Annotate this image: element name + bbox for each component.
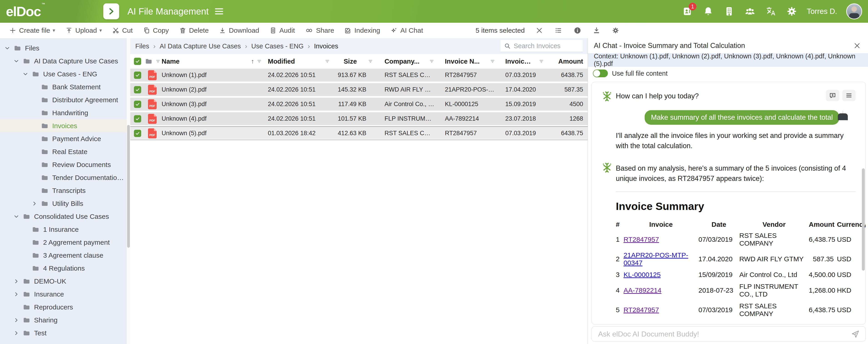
chevron-right-icon[interactable] bbox=[12, 291, 21, 297]
sidebar-item-payment-advice[interactable]: Payment Advice bbox=[0, 132, 127, 145]
sidebar-item-bank-statement[interactable]: Bank Statement bbox=[0, 80, 127, 93]
chevron-down-icon[interactable] bbox=[12, 58, 21, 64]
sidebar-item-tender-documentation-analysi[interactable]: Tender Documentation Analysi... bbox=[0, 171, 127, 184]
use-full-file-content-toggle[interactable] bbox=[593, 69, 608, 77]
filter-icon[interactable] bbox=[324, 59, 330, 64]
copy-button[interactable]: Copy bbox=[138, 24, 174, 37]
sidebar-item-ai-data-capture-use-cases[interactable]: AI Data Capture Use Cases bbox=[0, 55, 127, 67]
user-name[interactable]: Torres D. bbox=[807, 7, 837, 16]
sidebar-item-sharing[interactable]: Sharing bbox=[0, 314, 127, 326]
sidebar-item-use-cases-eng[interactable]: Use Cases - ENG bbox=[0, 67, 127, 80]
translate-button[interactable] bbox=[765, 5, 777, 17]
filter-icon[interactable] bbox=[539, 59, 544, 64]
sidebar-item-distributor-agreement[interactable]: Distributor Agreement bbox=[0, 93, 127, 106]
collapse-panel-button[interactable] bbox=[103, 3, 119, 19]
sidebar-item-utility-bills[interactable]: Utility Bills bbox=[0, 197, 127, 210]
row-checkbox[interactable] bbox=[134, 101, 141, 108]
file-name[interactable]: Unknown (4).pdf bbox=[160, 115, 262, 122]
sidebar-item-real-estate[interactable]: Real Estate bbox=[0, 145, 127, 158]
file-name[interactable]: Unknown (2).pdf bbox=[160, 86, 262, 93]
chevron-right-icon[interactable] bbox=[30, 200, 39, 207]
new-chat-comment-icon[interactable] bbox=[826, 90, 839, 101]
invoice-link[interactable]: 21APR20-POS-MTP-00347 bbox=[623, 251, 688, 266]
row-checkbox[interactable] bbox=[134, 115, 141, 122]
notifications-bell-button[interactable] bbox=[702, 5, 714, 17]
chevron-right-icon[interactable] bbox=[12, 278, 21, 284]
sidebar-item-test[interactable]: Test bbox=[0, 326, 127, 340]
audit-button[interactable]: Audit bbox=[265, 24, 300, 37]
chevron-down-icon[interactable] bbox=[21, 71, 30, 77]
row-checkbox[interactable] bbox=[134, 86, 141, 93]
file-name[interactable]: Unknown (5).pdf bbox=[160, 130, 262, 137]
chevron-down-icon[interactable] bbox=[12, 213, 21, 220]
filter-icon[interactable] bbox=[490, 59, 495, 64]
download-button[interactable]: Download bbox=[214, 24, 264, 37]
cut-button[interactable]: Cut bbox=[107, 24, 138, 37]
invoice-link[interactable]: RT2847957 bbox=[623, 306, 659, 314]
chevron-right-icon[interactable] bbox=[12, 330, 21, 336]
breadcrumb-item-ai-data-capture-use-cases[interactable]: AI Data Capture Use Cases bbox=[160, 42, 241, 50]
table-row[interactable]: PDFUnknown (2).pdf24.02.2026 10:51145.32… bbox=[130, 83, 588, 96]
sidebar-item-files[interactable]: Files bbox=[0, 41, 127, 55]
sidebar-item-1-insurance[interactable]: 1 Insurance bbox=[0, 223, 127, 236]
sidebar-item-2-aggrement-payment[interactable]: 2 Aggrement payment bbox=[0, 236, 127, 249]
filter-icon[interactable] bbox=[429, 59, 434, 64]
create-file-button[interactable]: Create file▾ bbox=[4, 24, 60, 37]
filter-icon[interactable] bbox=[368, 59, 373, 64]
download-selected-icon[interactable] bbox=[592, 26, 601, 35]
invoice-link[interactable]: RT2847957 bbox=[623, 236, 659, 243]
column-header-company[interactable]: Company... bbox=[384, 58, 420, 65]
sidebar-item-insurance[interactable]: Insurance bbox=[0, 288, 127, 300]
invoice-link[interactable]: AA-7892214 bbox=[623, 287, 661, 294]
file-name[interactable]: Unknown (3).pdf bbox=[160, 101, 262, 108]
chat-input[interactable] bbox=[598, 330, 851, 339]
users-group-button[interactable] bbox=[744, 5, 756, 17]
sidebar-item-invoices[interactable]: Invoices bbox=[0, 119, 127, 132]
file-name[interactable]: Unknown (1).pdf bbox=[160, 71, 262, 79]
sidebar-item-review-documents[interactable]: Review Documents bbox=[0, 158, 127, 171]
menu-icon[interactable] bbox=[215, 8, 224, 15]
column-header-amount[interactable]: Amount bbox=[558, 58, 583, 65]
column-header-size[interactable]: Size bbox=[344, 58, 357, 65]
settings-gear-button[interactable] bbox=[786, 5, 798, 17]
ai-chat-button[interactable]: AI Chat bbox=[385, 24, 428, 37]
breadcrumb-item-use-cases-eng[interactable]: Use Cases - ENG bbox=[251, 42, 304, 50]
info-icon[interactable] bbox=[573, 26, 582, 35]
delete-button[interactable]: Delete bbox=[174, 24, 214, 37]
filter-icon[interactable] bbox=[256, 59, 262, 64]
sidebar-scrollbar-thumb[interactable] bbox=[127, 125, 130, 248]
chat-menu-icon[interactable] bbox=[842, 90, 856, 101]
breadcrumb-item-files[interactable]: Files bbox=[135, 42, 149, 50]
view-settings-gear-icon[interactable] bbox=[611, 26, 620, 35]
table-row[interactable]: PDFUnknown (1).pdf24.02.2026 10:51913.67… bbox=[130, 68, 588, 82]
sidebar-item-3-agreement-clause[interactable]: 3 Agreement clause bbox=[0, 249, 127, 262]
clear-selection-icon[interactable] bbox=[535, 26, 544, 35]
table-row[interactable]: PDFUnknown (3).pdf24.02.2026 10:51117.49… bbox=[130, 98, 588, 111]
breadcrumb-item-invoices[interactable]: Invoices bbox=[314, 42, 338, 50]
upload-button[interactable]: Upload▾ bbox=[60, 24, 107, 37]
table-row[interactable]: PDFUnknown (5).pdf01.03.2026 18:42412.63… bbox=[130, 126, 588, 140]
sidebar-item-consolidated-use-cases[interactable]: Consolidated Use Cases bbox=[0, 210, 127, 223]
share-button[interactable]: Share bbox=[300, 24, 339, 37]
sidebar-item-handwriting[interactable]: Handwriting bbox=[0, 106, 127, 119]
organization-button[interactable] bbox=[723, 5, 735, 17]
chevron-down-icon[interactable] bbox=[3, 45, 11, 51]
chat-scrollbar-thumb[interactable] bbox=[862, 168, 865, 270]
sort-ascending-icon[interactable]: ↑ bbox=[251, 58, 254, 65]
user-avatar[interactable] bbox=[846, 3, 862, 19]
sidebar-item-demo-uk[interactable]: DEMO-UK bbox=[0, 275, 127, 288]
select-all-checkbox[interactable] bbox=[134, 58, 141, 65]
contacts-button[interactable]: 1 bbox=[681, 5, 693, 17]
indexing-button[interactable]: Indexing bbox=[339, 24, 385, 37]
column-header-modified[interactable]: Modified bbox=[268, 58, 295, 65]
table-row[interactable]: PDFUnknown (4).pdf24.02.2026 10:51101.57… bbox=[130, 112, 588, 125]
column-header-invoice-date[interactable]: Invoice D... bbox=[505, 58, 534, 65]
chevron-right-icon[interactable] bbox=[12, 317, 21, 323]
send-icon[interactable] bbox=[851, 330, 860, 338]
search-box[interactable]: Search Invoices bbox=[500, 40, 583, 52]
list-view-icon[interactable] bbox=[554, 26, 563, 35]
sidebar-scrollbar[interactable] bbox=[127, 38, 130, 344]
column-header-invoice-number[interactable]: Invoice N... bbox=[445, 58, 479, 65]
sidebar-item-reproducers[interactable]: Reproducers bbox=[0, 300, 127, 314]
row-checkbox[interactable] bbox=[134, 130, 141, 137]
